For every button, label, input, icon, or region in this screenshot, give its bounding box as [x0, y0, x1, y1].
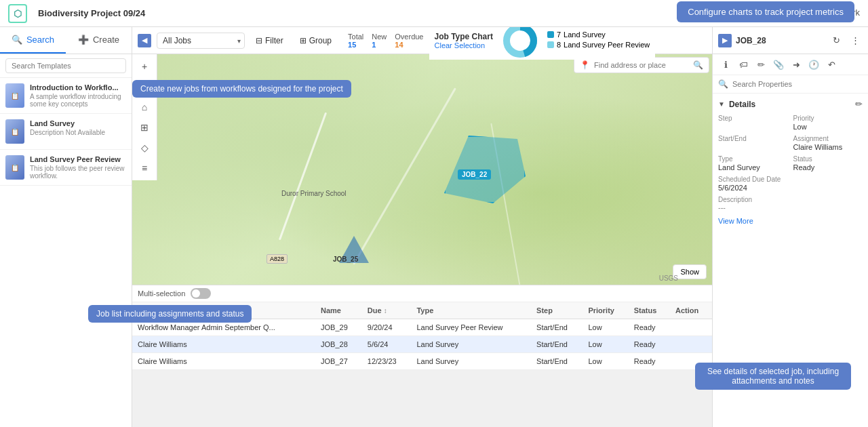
- panel-search-input[interactable]: [732, 80, 863, 88]
- map-search-input[interactable]: [594, 61, 689, 69]
- map-search-icon[interactable]: 🔍: [693, 60, 703, 70]
- clock-icon[interactable]: 🕐: [806, 57, 821, 72]
- cell-action: [670, 353, 712, 370]
- table-header-row: Assigned To Name Due ↕ Type Step Priorit…: [132, 302, 712, 319]
- center-area: ◀ All Jobs ⊟ Filter ⊞ Group Total 15: [132, 27, 712, 427]
- map-list[interactable]: ≡: [135, 159, 154, 178]
- project-title: Biodiversity Project 09/24: [38, 8, 145, 18]
- sort-icon-due: ↕: [384, 307, 387, 314]
- template-icon-intro: 📋: [5, 83, 24, 108]
- cell-due: 5/6/24: [362, 336, 412, 353]
- map-road-badge: A828: [267, 254, 288, 264]
- detail-start-end: Start/End: [718, 135, 788, 151]
- tab-search[interactable]: 🔍 Search: [0, 27, 66, 54]
- chart-title: Job Type Chart: [435, 32, 493, 41]
- cell-action: [670, 336, 712, 353]
- cell-assigned-to: Workflow Manager Admin September Q...: [132, 319, 315, 336]
- map-search-bar: 📍 🔍: [574, 57, 709, 73]
- cell-name: JOB_27: [315, 353, 362, 370]
- template-desc-land-survey: Description Not Available: [30, 129, 105, 136]
- map-zoom-out[interactable]: −: [135, 77, 154, 96]
- legend-label-peer-review: Land Survey Peer Review: [564, 41, 650, 49]
- map-background: [132, 54, 712, 285]
- template-name-land-survey: Land Survey: [30, 119, 105, 127]
- edit-icon[interactable]: ✏: [753, 57, 768, 72]
- detail-step: Step: [718, 115, 788, 131]
- cell-action: [670, 319, 712, 336]
- history-icon[interactable]: ↶: [824, 57, 839, 72]
- col-name: Name: [315, 302, 362, 319]
- new-label: New: [372, 33, 387, 41]
- overdue-value: 14: [395, 41, 423, 49]
- right-panel-refresh-btn[interactable]: ↻: [829, 33, 844, 48]
- legend-item-peer-review: 8 Land Survey Peer Review: [547, 41, 650, 49]
- map-home[interactable]: ⌂: [135, 98, 154, 117]
- view-more-link[interactable]: View More: [718, 217, 863, 225]
- col-step: Step: [531, 302, 583, 319]
- filter-button[interactable]: ⊟ Filter: [250, 33, 289, 48]
- cell-name: JOB_28: [315, 336, 362, 353]
- nav-manage[interactable]: Manage: [794, 5, 826, 22]
- chart-clear-selection[interactable]: Clear Selection: [435, 41, 493, 49]
- map-area[interactable]: Berhn... Duror Primary School JOB_22 JOB…: [132, 54, 712, 285]
- legend-dot-land-survey: [547, 31, 554, 38]
- sidebar-search-area: [0, 54, 132, 78]
- template-icon-land-survey: 📋: [5, 119, 24, 144]
- search-templates-input[interactable]: [5, 58, 126, 73]
- template-icon-peer-review: 📋: [5, 155, 24, 180]
- overdue-label: Overdue: [395, 33, 423, 41]
- details-edit-btn[interactable]: ✏: [855, 99, 863, 109]
- map-controls-left: + − ⌂ ⊞ ◇ ≡: [132, 54, 157, 180]
- cell-type: Land Survey Peer Review: [411, 319, 531, 336]
- bookmark-icon[interactable]: 🏷: [736, 57, 751, 72]
- cell-status: Ready: [629, 336, 670, 353]
- cell-status: Ready: [629, 319, 670, 336]
- template-desc-peer-review: This job follows the peer review workflo…: [30, 165, 126, 180]
- map-location-icon: 📍: [580, 60, 590, 70]
- table-row[interactable]: Claire Williams JOB_27 12/23/23 Land Sur…: [132, 353, 712, 370]
- job-type-select[interactable]: All Jobs: [157, 33, 245, 49]
- details-section: ▼ Details ✏ Step Priority Low Start/End: [713, 94, 868, 230]
- map-layers[interactable]: ⊞: [135, 118, 154, 137]
- main-layout: 🔍 Search ➕ Create 📋 Introduction to Work…: [0, 27, 868, 427]
- right-panel-more-btn[interactable]: ⋮: [848, 33, 863, 48]
- template-item-land-survey[interactable]: 📋 Land Survey Description Not Available: [0, 114, 132, 150]
- map-zoom-in[interactable]: +: [135, 57, 154, 76]
- tab-create[interactable]: ➕ Create: [66, 27, 132, 54]
- job-table: Assigned To Name Due ↕ Type Step Priorit…: [132, 302, 712, 370]
- total-value: 15: [348, 41, 363, 49]
- multi-select-label: Multi-selection: [138, 289, 185, 298]
- detail-assignment: Assignment Claire Williams: [793, 135, 863, 151]
- col-due[interactable]: Due ↕: [362, 302, 412, 319]
- template-desc-intro: A sample workflow introducing some key c…: [30, 93, 126, 108]
- legend-item-land-survey: 7 Land Survey: [547, 30, 650, 39]
- sidebar-tabs: 🔍 Search ➕ Create: [0, 27, 132, 54]
- collapse-sidebar-btn[interactable]: ◀: [138, 34, 151, 47]
- attachment-icon[interactable]: 📎: [771, 57, 786, 72]
- arrow-icon[interactable]: ➜: [789, 57, 804, 72]
- legend-label-land-survey: Land Survey: [564, 30, 606, 39]
- nav-work[interactable]: Work: [840, 5, 860, 22]
- map-marker-job25[interactable]: JOB_25: [329, 254, 362, 264]
- cell-priority: Low: [583, 319, 628, 336]
- table-row[interactable]: Workflow Manager Admin September Q... JO…: [132, 319, 712, 336]
- filter-icon: ⊟: [256, 36, 262, 45]
- map-marker-job22[interactable]: JOB_22: [458, 169, 491, 180]
- nav-design[interactable]: Design: [753, 5, 780, 22]
- table-row-selected[interactable]: Claire Williams JOB_28 5/6/24 Land Surve…: [132, 336, 712, 353]
- details-toggle[interactable]: ▼ Details: [718, 100, 755, 109]
- cell-due: 12/23/23: [362, 353, 412, 370]
- nav-links: Design Manage Work: [753, 5, 860, 22]
- cell-name: JOB_29: [315, 319, 362, 336]
- detail-description: Description ---: [718, 196, 863, 211]
- right-panel: ▶ JOB_28 ↻ ⋮ ℹ 🏷 ✏ 📎 ➜ 🕐 ↶ 🔍 ▼ Details ✏: [712, 27, 868, 427]
- cell-step: Start/End: [531, 353, 583, 370]
- right-panel-collapse-btn[interactable]: ▶: [718, 34, 732, 47]
- template-item-intro[interactable]: 📋 Introduction to Workflo... A sample wo…: [0, 78, 132, 114]
- multi-select-toggle[interactable]: [191, 288, 211, 299]
- group-button[interactable]: ⊞ Group: [294, 33, 337, 48]
- template-item-peer-review[interactable]: 📋 Land Survey Peer Review This job follo…: [0, 150, 132, 186]
- info-icon[interactable]: ℹ: [718, 57, 733, 72]
- map-draw[interactable]: ◇: [135, 138, 154, 157]
- template-name-intro: Introduction to Workflo...: [30, 83, 126, 92]
